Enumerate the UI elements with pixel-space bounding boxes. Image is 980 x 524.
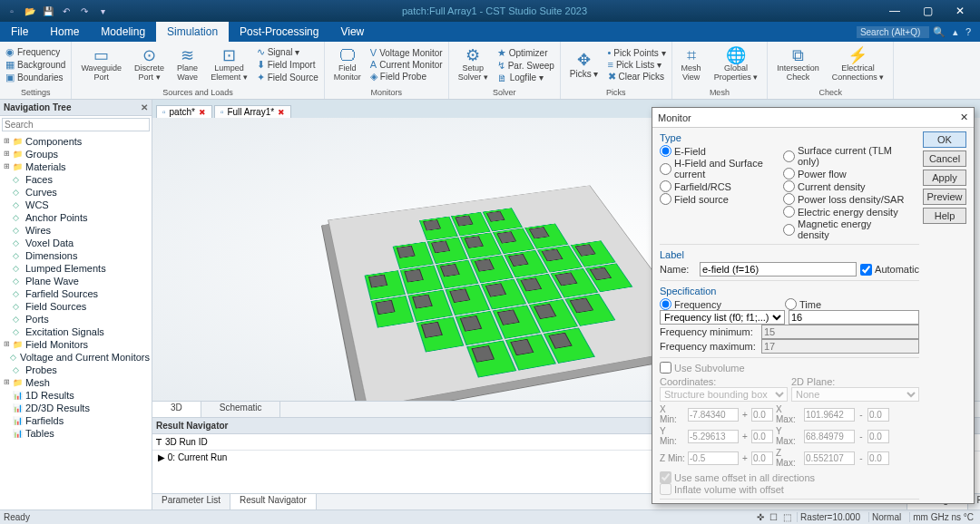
- qat-save-icon[interactable]: 💾: [40, 3, 56, 19]
- compass-icon[interactable]: ✜: [757, 512, 764, 522]
- tree-item[interactable]: ◇Voxel Data: [2, 237, 150, 249]
- tree-item[interactable]: ⊞📁Field Monitors: [2, 338, 150, 351]
- tree-item[interactable]: ◇Lumped Elements: [2, 262, 150, 275]
- search-input[interactable]: [857, 26, 929, 38]
- doc-tab[interactable]: ▫patch*✖: [156, 105, 212, 118]
- tree-item[interactable]: 📊Tables: [2, 427, 150, 440]
- picks-button[interactable]: ✥Picks ▾: [566, 50, 603, 81]
- tree-item[interactable]: ◇Probes: [2, 364, 150, 376]
- voltage-monitor-button[interactable]: VVoltage Monitor: [370, 47, 443, 58]
- radio-field-source[interactable]: Field source: [660, 193, 781, 205]
- help-icon[interactable]: ?: [962, 26, 975, 37]
- tree-item[interactable]: ◇Plane Wave: [2, 275, 150, 287]
- filter-icon[interactable]: 𝖳: [156, 437, 162, 447]
- menu-tab-view[interactable]: View: [329, 22, 375, 42]
- expand-icon[interactable]: ⊞: [2, 160, 11, 173]
- close-panel-icon[interactable]: ✕: [141, 102, 148, 112]
- par-sweep-button[interactable]: ↯Par. Sweep: [497, 60, 554, 72]
- field-monitor-button[interactable]: 🖵FieldMonitor: [330, 45, 365, 84]
- maximize-button[interactable]: ▢: [911, 1, 944, 21]
- tree-item[interactable]: 📊2D/3D Results: [2, 402, 150, 414]
- radio-power-loss-density-sar[interactable]: Power loss density/SAR: [783, 193, 905, 205]
- close-tab-icon[interactable]: ✖: [199, 108, 206, 117]
- tree-item[interactable]: ⊞📁Materials: [2, 160, 150, 173]
- menu-tab-file[interactable]: File: [0, 22, 39, 42]
- tree-item[interactable]: ◇WCS: [2, 199, 150, 211]
- expand-icon[interactable]: ⊞: [2, 376, 11, 389]
- tree-item[interactable]: 📊1D Results: [2, 389, 150, 402]
- expand-icon[interactable]: ⊞: [2, 135, 11, 148]
- tree-item[interactable]: ◇Ports: [2, 313, 150, 325]
- lumped-element-button[interactable]: ⊡LumpedElement ▾: [207, 45, 251, 84]
- qat-new-icon[interactable]: ▫: [4, 3, 20, 19]
- optimizer-button[interactable]: ★Optimizer: [497, 47, 554, 59]
- qat-redo-icon[interactable]: ↷: [76, 3, 93, 19]
- pick-lists-button[interactable]: ≡Pick Lists ▾: [608, 59, 666, 70]
- tree-item[interactable]: ◇Excitation Signals: [2, 325, 150, 338]
- menu-tab-home[interactable]: Home: [39, 22, 90, 42]
- waveguide-port-button[interactable]: ▭WaveguidePort: [77, 45, 125, 84]
- signal-button[interactable]: ∿Signal ▾: [257, 46, 318, 58]
- dialog-titlebar[interactable]: Monitor✕: [652, 108, 974, 128]
- tree-item[interactable]: ◇Farfield Sources: [2, 287, 150, 300]
- logfile-button[interactable]: 🗎Logfile ▾: [497, 73, 554, 83]
- tree-search-input[interactable]: [2, 118, 150, 131]
- qat-undo-icon[interactable]: ↶: [58, 3, 74, 19]
- pick-points-button[interactable]: •Pick Points ▾: [608, 47, 666, 58]
- tree-item[interactable]: ⊞📁Groups: [2, 148, 150, 160]
- freq-list-input[interactable]: [789, 310, 919, 325]
- minimize-button[interactable]: —: [878, 1, 911, 21]
- cancel-button[interactable]: Cancel: [923, 150, 966, 167]
- tab-result-navigator[interactable]: Result Navigator: [230, 494, 317, 509]
- current-monitor-button[interactable]: ACurrent Monitor: [370, 59, 443, 70]
- apply-button[interactable]: Apply: [923, 170, 966, 186]
- tree-item[interactable]: ◇Curves: [2, 186, 150, 199]
- plane-wave-button[interactable]: ≋PlaneWave: [173, 45, 201, 84]
- intersection-check-button[interactable]: ⧉IntersectionCheck: [773, 45, 823, 84]
- ok-button[interactable]: OK: [923, 131, 966, 148]
- automatic-checkbox[interactable]: Automatic: [860, 264, 919, 276]
- tree-item[interactable]: ◇Voltage and Current Monitors: [2, 351, 150, 364]
- menu-tab-post-processing[interactable]: Post-Processing: [229, 22, 329, 42]
- qat-more-icon[interactable]: ▾: [94, 3, 111, 19]
- doc-tab[interactable]: ▫Full Array1*✖: [214, 105, 291, 118]
- radio-h-field-and-surface-current[interactable]: H-Field and Surface current: [660, 158, 781, 180]
- view-icon[interactable]: ☐: [769, 512, 778, 522]
- ribbon-toggle-icon[interactable]: ▴: [949, 26, 962, 38]
- field-source-button[interactable]: ✦Field Source: [257, 72, 318, 83]
- tab-schematic[interactable]: Schematic: [201, 402, 281, 417]
- name-input[interactable]: [700, 262, 857, 277]
- mesh-view-button[interactable]: ⌗MeshView: [678, 45, 705, 84]
- menu-tab-simulation[interactable]: Simulation: [156, 22, 229, 42]
- use-subvolume-checkbox[interactable]: Use Subvolume: [660, 362, 919, 374]
- search-icon[interactable]: 🔍: [929, 26, 949, 38]
- field-import-button[interactable]: ⬇Field Import: [257, 59, 318, 71]
- tree-item[interactable]: ◇Anchor Points: [2, 211, 150, 224]
- radio-magnetic-energy-density[interactable]: Magnetic energy density: [783, 218, 905, 240]
- expand-icon[interactable]: ⊞: [2, 338, 11, 351]
- tab-parameter-list[interactable]: Parameter List: [152, 494, 230, 509]
- dialog-close-icon[interactable]: ✕: [960, 112, 968, 123]
- radio-power-flow[interactable]: Power flow: [783, 168, 905, 180]
- radio-frequency[interactable]: Frequency: [660, 298, 781, 310]
- radio-current-density[interactable]: Current density: [783, 180, 905, 192]
- expand-icon[interactable]: ⊞: [2, 148, 11, 160]
- tree-item[interactable]: ⊞📁Components: [2, 135, 150, 148]
- radio-e-field[interactable]: E-Field: [660, 145, 781, 157]
- tree-item[interactable]: ◇Faces: [2, 173, 150, 186]
- help-button[interactable]: Help: [923, 208, 966, 224]
- radio-surface-current-tlm-only-[interactable]: Surface current (TLM only): [783, 145, 905, 167]
- setup-solver-button[interactable]: ⚙SetupSolver ▾: [455, 45, 492, 84]
- close-tab-icon[interactable]: ✖: [278, 108, 285, 117]
- tree-item[interactable]: 📊Farfields: [2, 414, 150, 427]
- preview-button[interactable]: Preview: [923, 189, 966, 205]
- global-properties-button[interactable]: 🌐GlobalProperties ▾: [710, 45, 762, 84]
- tree-item[interactable]: ◇Wires: [2, 224, 150, 237]
- freq-list-select[interactable]: Frequency list (f0; f1;...): [660, 310, 785, 325]
- radio-electric-energy-density[interactable]: Electric energy density: [783, 206, 905, 218]
- background-button[interactable]: ▦Background: [5, 59, 65, 71]
- frequency-button[interactable]: ◉Frequency: [5, 46, 65, 58]
- tree-item[interactable]: ◇Dimensions: [2, 249, 150, 262]
- qat-open-icon[interactable]: 📂: [22, 3, 38, 19]
- tree-item[interactable]: ◇Field Sources: [2, 300, 150, 313]
